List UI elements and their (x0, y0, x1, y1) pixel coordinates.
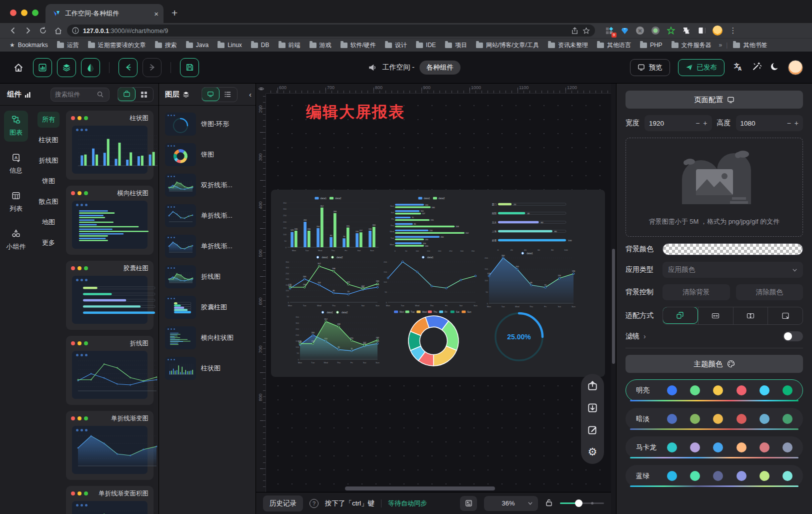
layers-toggle-button[interactable] (57, 58, 76, 77)
category-item[interactable]: 地图 (38, 214, 60, 230)
star-extension-icon[interactable] (666, 26, 676, 36)
layer-item[interactable]: 单折线渐... (163, 234, 252, 259)
bookmarks-overflow-chevron[interactable]: » (717, 42, 724, 49)
preview-button[interactable]: 预览 (630, 59, 670, 76)
height-minus-button[interactable]: − (787, 119, 791, 127)
close-window-button[interactable] (10, 10, 16, 16)
canvas-chart-line[interactable]: data1data2050100150200250300350120200150… (282, 254, 380, 308)
component-search[interactable] (50, 88, 110, 102)
canvas-chart-pie[interactable]: MonTueWedThuFriSatSun (387, 308, 480, 368)
site-info-icon[interactable] (72, 27, 79, 34)
clear-color-button[interactable]: 清除颜色 (736, 284, 804, 300)
command-extension-icon[interactable]: ⌘ (635, 26, 645, 36)
width-plus-button[interactable]: + (703, 119, 707, 127)
bookmark-folder[interactable]: 搜索 (152, 40, 180, 51)
forward-icon[interactable] (22, 25, 34, 37)
component-card[interactable]: 柱状图 (66, 111, 154, 180)
bookmark-folder[interactable]: 网站/博客/文章/工具 (472, 40, 542, 51)
fit-stretch-button[interactable] (768, 307, 802, 324)
workspace-name-pill[interactable]: 各种组件 (420, 61, 460, 75)
layer-item[interactable]: 饼图 (163, 142, 252, 167)
width-minus-button[interactable]: − (696, 119, 700, 127)
filter-toggle[interactable] (783, 331, 803, 341)
sidebar-tab-list[interactable]: 列表 (4, 187, 28, 218)
height-value[interactable]: 1080 (740, 120, 784, 127)
green-dot-extension-icon[interactable] (650, 26, 660, 36)
macos-traffic-lights[interactable] (0, 10, 46, 23)
clear-background-button[interactable]: 清除背景 (662, 284, 730, 300)
category-item[interactable]: 更多 (38, 235, 60, 251)
theme-row-蓝绿[interactable]: 蓝绿 (626, 465, 803, 487)
list-view-toggle[interactable] (219, 88, 237, 102)
bookmark-folder[interactable]: 项目 (442, 40, 470, 51)
layer-item[interactable]: 双折线渐... (163, 173, 252, 198)
project-view-toggle[interactable] (118, 87, 136, 101)
ruler-eye-icon[interactable] (256, 84, 266, 94)
history-button[interactable]: 历史记录 (263, 495, 303, 511)
home-icon[interactable] (52, 25, 64, 37)
big-screen-title-text[interactable]: 编辑大屏报表 (306, 102, 405, 123)
fit-height-button[interactable] (733, 307, 768, 324)
import-button[interactable] (586, 402, 598, 414)
layer-item[interactable]: 横向柱状图 (163, 325, 252, 350)
search-input[interactable] (55, 91, 95, 98)
bookmark-folder[interactable]: 运营 (54, 40, 82, 51)
bookmark-folder[interactable]: IDE (412, 41, 440, 50)
canvas-area[interactable]: 6007008009001000110012001300 20030040050… (256, 84, 611, 492)
browser-tab[interactable]: 工作空间-各种组件 × (46, 4, 164, 23)
app-type-select[interactable]: 应用颜色 (662, 262, 803, 278)
bookmark-folder[interactable]: 游戏 (306, 40, 335, 51)
export-button[interactable] (586, 380, 598, 392)
detail-toggle-button[interactable] (81, 58, 100, 77)
category-item[interactable]: 柱状图 (34, 132, 63, 148)
component-card[interactable]: 单折线渐变图 (66, 411, 154, 480)
address-bar[interactable]: 127.0.0.1:3000/#/chart/home/9 (67, 25, 595, 37)
back-icon[interactable] (7, 25, 19, 37)
new-tab-button[interactable]: + (164, 7, 186, 23)
width-value[interactable]: 1920 (649, 120, 692, 127)
fit-width-button[interactable] (698, 307, 733, 324)
category-item[interactable]: 所有 (38, 112, 60, 128)
publish-button[interactable]: 已发布 (678, 59, 725, 76)
grid-view-toggle[interactable] (135, 88, 153, 102)
bookmark-folder[interactable]: 前端 (275, 40, 304, 51)
bookmark-folder[interactable]: 软件/硬件 (337, 40, 380, 51)
magic-wand-icon[interactable] (752, 61, 762, 74)
bookmarks-root[interactable]: ★Bookmarks (6, 41, 52, 50)
height-plus-button[interactable]: + (794, 119, 798, 127)
dashboard-board[interactable]: data1data2050100150200250300350120130Mon… (271, 190, 605, 377)
dark-mode-moon-icon[interactable] (770, 62, 780, 74)
layer-item[interactable]: 折线图 (163, 264, 252, 289)
home-button[interactable] (9, 58, 28, 77)
bookmark-folder[interactable]: 文件服务器 (668, 40, 715, 51)
canvas-chart-hbar[interactable]: data1data2Sun130160Sat110117Fri70155Thu8… (385, 195, 481, 253)
canvas-chart-line[interactable]: data1data2050100150200250300350120200150… (292, 309, 380, 365)
bookmark-folder[interactable]: 资讯未整理 (544, 40, 592, 51)
bookmark-folder[interactable]: Linux (214, 41, 246, 50)
reload-icon[interactable] (37, 25, 49, 37)
lock-zoom-icon[interactable] (545, 498, 553, 508)
theme-row-明亮[interactable]: 明亮 (626, 379, 803, 401)
share-icon[interactable] (571, 27, 578, 35)
zoom-window-button[interactable] (32, 10, 38, 16)
panel-scrollbar[interactable] (611, 84, 616, 514)
extension-grid-icon[interactable]: 9 (604, 26, 614, 36)
theme-color-header[interactable]: 主题颜色 (626, 355, 803, 373)
bookmark-folder[interactable]: PHP (636, 41, 666, 50)
help-icon[interactable]: ? (310, 499, 318, 508)
horizontal-scrollbar[interactable] (345, 486, 495, 490)
background-upload-dropzone[interactable]: 背景图需小于 5M ，格式为 png/jpg/gif 的文件 (626, 138, 803, 237)
height-stepper[interactable]: 1080−+ (736, 115, 804, 131)
layer-item[interactable]: 饼图-环形 (163, 112, 252, 137)
sidebar-tab-charts[interactable]: 图表 (4, 111, 28, 142)
width-stepper[interactable]: 1920−+ (644, 115, 712, 131)
edit-button[interactable] (586, 424, 598, 436)
page-config-header[interactable]: 页面配置 (626, 91, 803, 109)
puzzle-extensions-icon[interactable] (682, 26, 692, 36)
theme-row-暗淡[interactable]: 暗淡 (626, 408, 803, 430)
bookmark-star-icon[interactable] (582, 27, 590, 35)
category-item[interactable]: 饼图 (38, 173, 60, 189)
settings-gear-icon[interactable]: ⚙ (586, 446, 598, 458)
zoom-slider[interactable] (560, 502, 604, 504)
gem-extension-icon[interactable] (620, 26, 630, 36)
